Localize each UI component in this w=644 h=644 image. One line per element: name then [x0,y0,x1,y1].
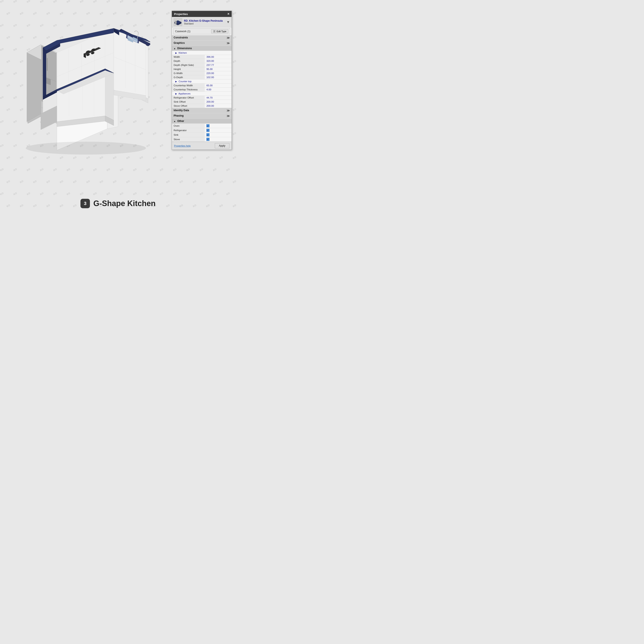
component-icon [174,18,182,26]
sink-checkbox[interactable]: ✓ [205,133,232,137]
appliances-subsection[interactable]: ▶ Appliances [172,92,232,96]
edit-type-label: Edit Type [217,30,226,33]
kitchen-subsection[interactable]: ▶ Kitchen [172,51,232,55]
oven-label: Oven [172,124,205,128]
refrigerator-check-icon[interactable]: ✓ [206,129,209,132]
component-type: Standard [184,22,225,25]
dimensions-section[interactable]: ▲ Dimensions [172,46,232,51]
sink-check-icon[interactable]: ✓ [206,133,209,136]
svg-rect-78 [175,21,177,24]
oven-check-icon[interactable]: ✓ [206,124,209,127]
depth-right-label: Depth (Right Side) [172,63,205,67]
stove-offset-label: Stove Offset [172,104,205,108]
sink-offset-label: Sink Offset [172,100,205,104]
other-chevron-icon: ▲ [174,120,176,122]
sink-row: Sink ✓ [172,133,232,137]
component-name: RD_Kitchen G-Shape Peninsula [184,19,225,22]
panel-footer: Properties help Apply [172,142,232,150]
stove-row: Stove ✓ [172,137,232,142]
g-width-row: G-Width 220.00 [172,71,232,75]
close-button[interactable]: × [227,12,229,16]
phasing-label: Phasing [174,114,184,117]
constraints-section[interactable]: Constraints ≫ [172,35,232,41]
nav-arrow[interactable]: ▼ [226,20,230,24]
stove-offset-value[interactable]: 200.00 [205,104,232,108]
constraints-collapse-icon[interactable]: ≫ [227,36,230,39]
svg-marker-61 [43,48,46,97]
svg-point-53 [134,31,135,32]
depth-right-value[interactable]: 237.77 [205,63,232,67]
properties-table: Constraints ≫ Graphics ≫ ▲ Dimensions [172,35,232,142]
dimensions-chevron-icon: ▲ [174,47,176,50]
component-info: RD_Kitchen G-Shape Peninsula Standard [184,19,225,25]
svg-point-22 [26,142,146,154]
width-row: Width 396.00 [172,55,232,59]
stove-checkbox[interactable]: ✓ [205,137,232,142]
stove-offset-row: Stove Offset 200.00 [172,104,232,108]
panel-titlebar: Properties × [172,11,232,17]
kitchen-illustration [11,11,150,161]
countertop-width-value[interactable]: 65.00 [205,83,232,88]
depth-right-row: Depth (Right Side) 237.77 [172,63,232,67]
label-badge: 3 [80,199,90,208]
other-section[interactable]: ▲ Other [172,119,232,124]
refrigerator-offset-row: Refrigerator Offset 44.70 [172,96,232,100]
counter-top-chevron-icon: ▶ [175,80,177,83]
phasing-section[interactable]: Phasing ≫ [172,113,232,119]
graphics-label: Graphics [174,41,185,44]
appliances-label: Appliances [179,92,191,95]
g-depth-value[interactable]: 102.00 [205,75,232,79]
height-label: Height [172,67,205,71]
refrigerator-row: Refrigerator ✓ [172,128,232,133]
oven-checkbox[interactable]: ✓ [205,124,232,128]
identity-data-label: Identity Data [174,109,189,112]
g-depth-label: G-Depth [172,75,205,79]
depth-label: Depth [172,59,205,63]
countertop-width-label: Countertop Width [172,83,205,88]
refrigerator-label: Refrigerator [172,128,205,133]
width-label: Width [172,55,205,59]
oven-row: Oven ✓ [172,124,232,128]
countertop-thickness-value[interactable]: 4.00 [205,88,232,92]
edit-type-button[interactable]: Edit Type [211,29,228,33]
sink-offset-row: Sink Offset 200.00 [172,100,232,104]
sink-label: Sink [172,133,205,137]
refrigerator-offset-value[interactable]: 44.70 [205,96,232,100]
panel-title: Properties [174,12,188,16]
bottom-label-area: 3 G-Shape Kitchen [80,199,156,208]
width-value[interactable]: 396.00 [205,55,232,59]
other-label: Other [177,120,184,123]
depth-value[interactable]: 320.00 [205,59,232,63]
label-text: G-Shape Kitchen [93,199,156,208]
dimensions-label: Dimensions [177,47,192,50]
countertop-thickness-row: Countertop Thickness 4.00 [172,88,232,92]
height-value[interactable]: 95.00 [205,67,232,71]
g-depth-row: G-Depth 102.00 [172,75,232,79]
phasing-collapse-icon[interactable]: ≫ [227,114,230,118]
stove-check-icon[interactable]: ✓ [206,138,209,141]
selector-text: Casework (1) [175,30,190,33]
constraints-label: Constraints [174,36,188,39]
kitchen-label: Kitchen [179,51,187,54]
stove-label: Stove [172,137,205,142]
counter-top-subsection[interactable]: ▶ Counter top [172,79,232,83]
identity-data-collapse-icon[interactable]: ≫ [227,109,230,112]
graphics-collapse-icon[interactable]: ≫ [227,41,230,45]
refrigerator-checkbox[interactable]: ✓ [205,128,232,133]
counter-top-label: Counter top [179,80,191,83]
apply-button[interactable]: Apply [215,143,229,148]
sink-offset-value[interactable]: 200.00 [205,100,232,104]
refrigerator-offset-label: Refrigerator Offset [172,96,205,100]
identity-data-section[interactable]: Identity Data ≫ [172,108,232,113]
g-width-value[interactable]: 220.00 [205,71,232,75]
g-width-label: G-Width [172,71,205,75]
main-content: Properties × RD_Kitchen G-Shape Peninsul… [0,0,236,215]
properties-panel: Properties × RD_Kitchen G-Shape Peninsul… [172,11,232,150]
countertop-width-row: Countertop Width 65.00 [172,83,232,88]
countertop-thickness-label: Countertop Thickness [172,88,205,92]
type-selector[interactable]: Casework (1) Edit Type [173,28,230,34]
graphics-section[interactable]: Graphics ≫ [172,41,232,46]
properties-help-link[interactable]: Properties help [174,144,191,147]
panel-header: RD_Kitchen G-Shape Peninsula Standard ▼ [172,17,232,27]
appliances-chevron-icon: ▶ [175,92,177,95]
